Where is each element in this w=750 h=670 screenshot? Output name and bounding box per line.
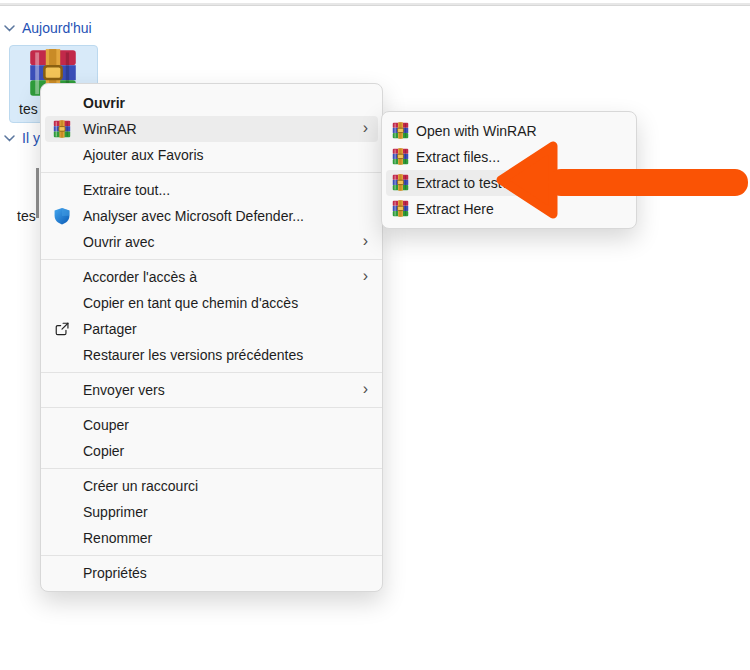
menu-item-ajouter-aux-favoris[interactable]: Ajouter aux Favoris: [45, 142, 378, 168]
menu-separator: [41, 172, 382, 173]
menu-item-label: Créer un raccourci: [83, 478, 198, 494]
menu-item-ouvrir[interactable]: Ouvrir: [45, 90, 378, 116]
menu-separator: [41, 259, 382, 260]
menu-item-label: Propriétés: [83, 565, 147, 581]
winrar-icon: [392, 148, 409, 165]
menu-item-analyser-defender[interactable]: Analyser avec Microsoft Defender...: [45, 203, 378, 229]
menu-item-label: Supprimer: [83, 504, 148, 520]
context-menu: Ouvrir WinRAR › Ajouter aux Favoris Extr…: [40, 83, 383, 592]
menu-item-restaurer-versions[interactable]: Restaurer les versions précédentes: [45, 342, 378, 368]
menu-item-label: Extract Here: [416, 201, 494, 217]
group-header-today[interactable]: Aujourd'hui: [4, 20, 92, 36]
chevron-down-icon: [4, 133, 15, 143]
menu-item-label: Copier en tant que chemin d'accès: [83, 295, 298, 311]
menu-item-label: Renommer: [83, 530, 152, 546]
toolbar-divider: [0, 3, 750, 6]
menu-item-label: WinRAR: [83, 121, 137, 137]
menu-item-label: Extraire tout...: [83, 182, 170, 198]
submenu-item-extract-files[interactable]: Extract files...: [386, 144, 632, 170]
chevron-right-icon: ›: [363, 268, 368, 284]
menu-item-label: Couper: [83, 417, 129, 433]
partially-hidden-file-icon: [36, 168, 39, 218]
menu-item-label: Accorder l'accès à: [83, 269, 197, 285]
winrar-icon: [392, 174, 409, 191]
menu-item-supprimer[interactable]: Supprimer: [45, 499, 378, 525]
menu-item-partager[interactable]: Partager: [45, 316, 378, 342]
menu-item-copier-chemin[interactable]: Copier en tant que chemin d'accès: [45, 290, 378, 316]
menu-item-label: Extract files...: [416, 149, 500, 165]
menu-separator: [41, 407, 382, 408]
menu-item-label: Ouvrir: [83, 95, 125, 111]
menu-item-label: Ouvrir avec: [83, 234, 155, 250]
group-header-label: Aujourd'hui: [22, 20, 92, 36]
chevron-right-icon: ›: [363, 120, 368, 136]
menu-item-label: Restaurer les versions précédentes: [83, 347, 303, 363]
menu-item-copier[interactable]: Copier: [45, 438, 378, 464]
chevron-down-icon: [4, 23, 15, 33]
menu-item-extraire-tout[interactable]: Extraire tout...: [45, 177, 378, 203]
winrar-icon: [392, 122, 409, 139]
menu-item-label: Analyser avec Microsoft Defender...: [83, 208, 304, 224]
menu-separator: [41, 372, 382, 373]
defender-shield-icon: [53, 207, 71, 225]
menu-item-label: Extract to test\: [416, 175, 505, 191]
menu-item-couper[interactable]: Couper: [45, 412, 378, 438]
chevron-right-icon: ›: [363, 233, 368, 249]
file-label[interactable]: tes: [17, 208, 36, 224]
menu-item-winrar[interactable]: WinRAR ›: [45, 116, 378, 142]
menu-item-accorder-acces[interactable]: Accorder l'accès à ›: [45, 264, 378, 290]
menu-separator: [41, 468, 382, 469]
winrar-submenu: Open with WinRAR Extract files... Extrac…: [381, 111, 637, 229]
group-header-older[interactable]: Il y: [4, 130, 40, 146]
menu-item-label: Copier: [83, 443, 124, 459]
menu-item-label: Envoyer vers: [83, 382, 165, 398]
submenu-item-open-with-winrar[interactable]: Open with WinRAR: [386, 118, 632, 144]
menu-item-renommer[interactable]: Renommer: [45, 525, 378, 551]
menu-item-ouvrir-avec[interactable]: Ouvrir avec ›: [45, 229, 378, 255]
menu-item-label: Partager: [83, 321, 137, 337]
winrar-icon: [53, 120, 71, 138]
menu-item-envoyer-vers[interactable]: Envoyer vers ›: [45, 377, 378, 403]
chevron-right-icon: ›: [363, 381, 368, 397]
menu-item-label: Ajouter aux Favoris: [83, 147, 204, 163]
group-header-label: Il y: [22, 130, 40, 146]
menu-item-proprietes[interactable]: Propriétés: [45, 560, 378, 586]
menu-item-creer-raccourci[interactable]: Créer un raccourci: [45, 473, 378, 499]
share-icon: [53, 320, 71, 338]
winrar-icon: [392, 200, 409, 217]
menu-separator: [41, 555, 382, 556]
submenu-item-extract-here[interactable]: Extract Here: [386, 196, 632, 222]
submenu-item-extract-to[interactable]: Extract to test\: [386, 170, 632, 196]
file-label: tes: [19, 101, 38, 117]
menu-item-label: Open with WinRAR: [416, 123, 537, 139]
